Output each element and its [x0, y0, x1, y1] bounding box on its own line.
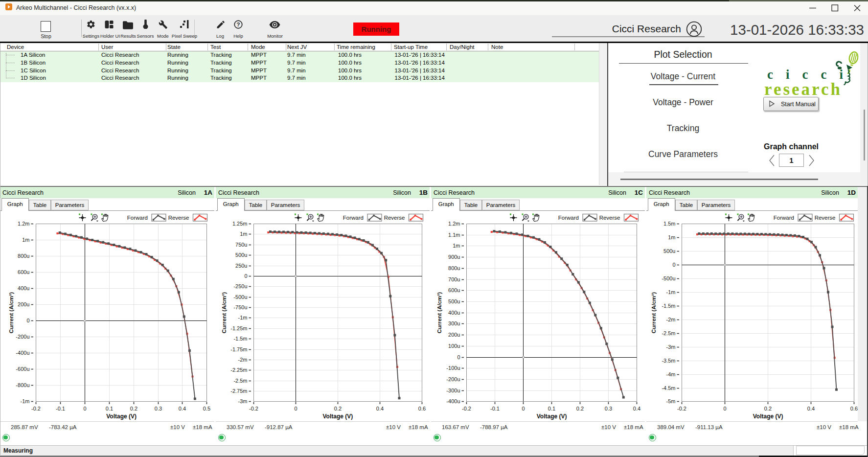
svg-text:-0.1: -0.1 — [490, 405, 500, 411]
svg-text:-1.5m: -1.5m — [662, 303, 675, 309]
svg-text:-1m: -1m — [21, 398, 30, 404]
svg-text:1.1m: 1.1m — [448, 232, 460, 238]
svg-text:0: 0 — [457, 354, 460, 360]
svg-text:0: 0 — [723, 405, 726, 411]
svg-text:-4m: -4m — [666, 371, 676, 377]
svg-text:-500u: -500u — [233, 294, 247, 300]
svg-text:100u: 100u — [448, 343, 460, 349]
svg-text:-600u: -600u — [16, 366, 29, 372]
svg-text:-2m: -2m — [666, 317, 676, 322]
svg-text:-100u: -100u — [446, 365, 460, 371]
svg-text:-750u: -750u — [233, 304, 247, 310]
svg-text:0: 0 — [244, 273, 247, 279]
svg-text:0.2: 0.2 — [764, 405, 772, 411]
svg-text:Voltage (V): Voltage (V) — [323, 413, 353, 420]
svg-text:-200u: -200u — [446, 376, 460, 382]
svg-text:0.6: 0.6 — [418, 405, 426, 411]
svg-text:500u: 500u — [235, 252, 247, 258]
svg-text:-2.25m: -2.25m — [230, 367, 247, 373]
svg-text:-500u: -500u — [662, 275, 675, 281]
svg-text:-4.5m: -4.5m — [662, 385, 675, 391]
svg-text:0: 0 — [294, 405, 297, 411]
svg-text:0.6: 0.6 — [850, 405, 858, 411]
svg-text:500u: 500u — [448, 298, 460, 304]
svg-text:250u: 250u — [235, 263, 247, 269]
svg-text:-300u: -300u — [446, 388, 460, 393]
svg-text:-2m: -2m — [238, 357, 248, 363]
svg-text:0: 0 — [26, 318, 29, 323]
svg-text:0.3: 0.3 — [155, 405, 162, 411]
svg-text:Voltage (V): Voltage (V) — [753, 413, 783, 420]
svg-text:200u: 200u — [448, 332, 460, 338]
svg-text:1.2m: 1.2m — [448, 221, 460, 227]
svg-text:800u: 800u — [448, 265, 460, 271]
svg-text:?: ? — [236, 22, 240, 27]
svg-text:-1.5m: -1.5m — [233, 336, 247, 342]
svg-text:Forward: Forward — [774, 215, 794, 221]
svg-text:1.25m: 1.25m — [232, 221, 248, 227]
svg-text:Current (A/cm²): Current (A/cm²) — [8, 292, 14, 333]
svg-text:0.5: 0.5 — [203, 405, 210, 411]
svg-text:Current (A/cm²): Current (A/cm²) — [651, 292, 657, 333]
svg-text:200u: 200u — [18, 301, 29, 307]
svg-text:-0.2: -0.2 — [31, 405, 41, 411]
svg-text:700u: 700u — [448, 276, 460, 282]
svg-text:0.3: 0.3 — [605, 405, 612, 411]
svg-text:0: 0 — [522, 405, 525, 411]
svg-text:400u: 400u — [448, 310, 460, 316]
svg-text:-1m: -1m — [666, 289, 676, 295]
svg-text:500u: 500u — [663, 248, 675, 254]
svg-text:Reverse: Reverse — [384, 215, 405, 221]
svg-text:300u: 300u — [448, 320, 460, 326]
svg-text:-1.25m: -1.25m — [230, 325, 247, 331]
svg-text:1.2m: 1.2m — [18, 221, 29, 227]
svg-text:-0.1: -0.1 — [56, 405, 65, 411]
svg-text:0.2: 0.2 — [576, 405, 584, 411]
svg-text:0: 0 — [83, 405, 86, 411]
svg-text:0.4: 0.4 — [807, 405, 815, 411]
svg-text:Voltage (V): Voltage (V) — [106, 413, 137, 420]
svg-text:-800u: -800u — [16, 382, 29, 388]
svg-text:0.4: 0.4 — [179, 405, 186, 411]
svg-text:1m: 1m — [22, 237, 29, 243]
svg-text:0.2: 0.2 — [130, 405, 137, 411]
svg-text:-1.75m: -1.75m — [230, 346, 247, 352]
svg-text:1m: 1m — [453, 243, 460, 249]
svg-text:-2.5m: -2.5m — [662, 330, 675, 336]
svg-text:1m: 1m — [240, 231, 247, 237]
svg-text:-200u: -200u — [16, 334, 29, 340]
svg-text:1m: 1m — [668, 234, 675, 240]
svg-text:-1m: -1m — [238, 315, 248, 320]
svg-text:Reverse: Reverse — [815, 215, 836, 221]
svg-text:0: 0 — [672, 262, 675, 268]
svg-text:0.2: 0.2 — [334, 405, 342, 411]
svg-text:0.1: 0.1 — [106, 405, 113, 411]
svg-text:-400u: -400u — [446, 398, 460, 404]
svg-text:0.4: 0.4 — [376, 405, 384, 411]
svg-text:Reverse: Reverse — [168, 215, 189, 221]
svg-text:400u: 400u — [18, 285, 29, 291]
svg-text:-250u: -250u — [233, 283, 247, 289]
svg-text:Forward: Forward — [343, 215, 364, 221]
svg-text:900u: 900u — [448, 254, 460, 260]
svg-text:-2.75m: -2.75m — [230, 388, 247, 394]
svg-text:Forward: Forward — [127, 215, 148, 221]
svg-text:-3m: -3m — [238, 398, 248, 404]
svg-text:-400u: -400u — [16, 350, 29, 356]
svg-text:-2.5m: -2.5m — [233, 378, 247, 384]
svg-text:-0.2: -0.2 — [462, 405, 471, 411]
svg-text:800u: 800u — [18, 253, 29, 259]
svg-text:Forward: Forward — [558, 215, 579, 221]
svg-text:750u: 750u — [235, 242, 247, 248]
svg-text:Voltage (V): Voltage (V) — [537, 413, 567, 420]
svg-text:0.4: 0.4 — [633, 405, 640, 411]
svg-text:1.5m: 1.5m — [663, 221, 675, 227]
svg-text:Current (A/cm²): Current (A/cm²) — [221, 292, 227, 333]
svg-text:Current (A/cm²): Current (A/cm²) — [436, 292, 442, 333]
svg-text:-0.2: -0.2 — [249, 405, 258, 411]
svg-text:-3.5m: -3.5m — [662, 358, 675, 364]
svg-text:Reverse: Reverse — [599, 215, 620, 221]
svg-text:-3m: -3m — [666, 344, 676, 350]
svg-text:0.1: 0.1 — [548, 405, 555, 411]
svg-text:600u: 600u — [18, 269, 29, 275]
